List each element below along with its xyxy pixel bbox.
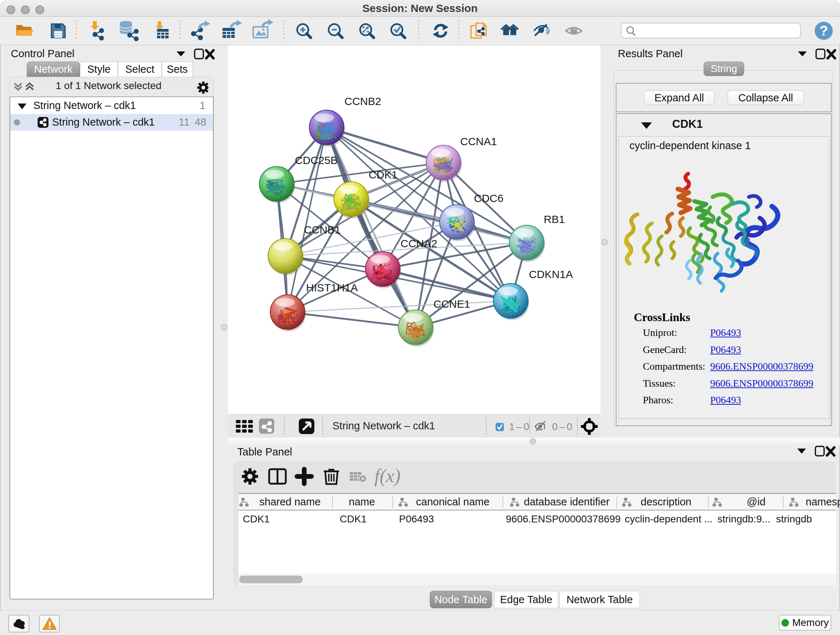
svg-text:CDC6: CDC6 <box>474 192 504 204</box>
svg-text:CDKN1A: CDKN1A <box>529 268 573 280</box>
svg-text:RB1: RB1 <box>544 213 565 225</box>
svg-text:CDK1: CDK1 <box>369 169 398 181</box>
svg-text:CCNE1: CCNE1 <box>433 298 470 310</box>
svg-text:HIST1H1A: HIST1H1A <box>306 282 358 294</box>
svg-text:CCNA1: CCNA1 <box>460 135 497 147</box>
svg-text:CCNB1: CCNB1 <box>304 224 341 236</box>
svg-text:?: ? <box>819 23 828 38</box>
svg-text:f(x): f(x) <box>374 466 401 486</box>
svg-text:CCNB2: CCNB2 <box>344 95 381 107</box>
svg-text:CCNA2: CCNA2 <box>401 238 437 249</box>
svg-text:CDC25B: CDC25B <box>295 154 338 166</box>
